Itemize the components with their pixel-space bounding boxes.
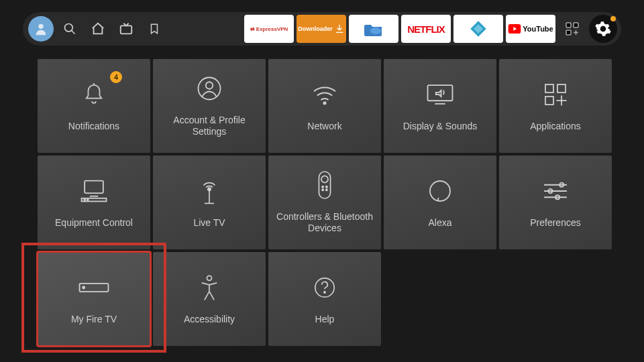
svg-point-11 bbox=[206, 82, 213, 89]
svg-point-32 bbox=[322, 189, 323, 190]
tile-label: Equipment Control bbox=[55, 217, 133, 229]
svg-rect-6 bbox=[566, 23, 571, 27]
top-navigation-bar: ⇄ ExpressVPN Downloader NETFLIX YouTube bbox=[23, 12, 621, 46]
apps-icon bbox=[543, 80, 568, 109]
live-tv-icon[interactable] bbox=[114, 17, 138, 41]
svg-rect-20 bbox=[85, 180, 103, 192]
accessibility-icon bbox=[198, 274, 221, 302]
svg-rect-8 bbox=[566, 30, 571, 35]
tile-applications[interactable]: Applications bbox=[499, 59, 612, 153]
tile-label: Alexa bbox=[428, 217, 451, 229]
tile-notifications[interactable]: 4 Notifications bbox=[38, 59, 150, 153]
sliders-icon bbox=[542, 177, 569, 205]
tile-label: Help bbox=[315, 314, 335, 325]
notifications-badge: 4 bbox=[110, 71, 122, 83]
alexa-icon bbox=[428, 177, 452, 205]
tile-label: Notifications bbox=[68, 121, 119, 132]
tile-controllers-bluetooth[interactable]: Controllers & Bluetooth Devices bbox=[268, 156, 381, 249]
svg-point-33 bbox=[326, 189, 327, 190]
tile-label: Controllers & Bluetooth Devices bbox=[274, 211, 376, 234]
device-icon bbox=[78, 274, 109, 302]
tile-help[interactable]: Help bbox=[268, 252, 381, 346]
tile-label: Network bbox=[307, 121, 341, 132]
bell-icon bbox=[83, 80, 105, 109]
tile-account-profile[interactable]: Account & Profile Settings bbox=[153, 59, 266, 153]
svg-point-30 bbox=[322, 186, 323, 188]
settings-notification-dot bbox=[610, 16, 616, 21]
remote-icon bbox=[318, 171, 331, 199]
tile-network[interactable]: Network bbox=[268, 59, 381, 153]
svg-point-29 bbox=[321, 176, 328, 183]
svg-point-12 bbox=[323, 102, 325, 104]
equipment-icon bbox=[80, 177, 107, 205]
app-shortcuts: ⇄ ExpressVPN Downloader NETFLIX YouTube bbox=[244, 15, 617, 43]
tile-display-sounds[interactable]: Display & Sounds bbox=[384, 59, 496, 153]
svg-rect-3 bbox=[121, 25, 132, 34]
tile-live-tv[interactable]: Live TV bbox=[153, 156, 266, 249]
tile-preferences[interactable]: Preferences bbox=[499, 156, 612, 249]
svg-point-42 bbox=[83, 286, 85, 288]
svg-point-4 bbox=[370, 27, 381, 34]
tile-my-fire-tv[interactable]: My Fire TV bbox=[38, 252, 150, 346]
svg-rect-15 bbox=[545, 84, 553, 93]
user-icon bbox=[197, 74, 221, 103]
profile-button[interactable] bbox=[28, 16, 54, 42]
svg-point-43 bbox=[207, 276, 211, 280]
svg-point-23 bbox=[84, 199, 85, 200]
tile-alexa[interactable]: Alexa bbox=[384, 156, 496, 249]
svg-point-34 bbox=[430, 181, 450, 201]
tile-label: My Fire TV bbox=[71, 314, 117, 325]
svg-point-0 bbox=[38, 24, 43, 29]
svg-line-2 bbox=[72, 31, 75, 34]
antenna-icon bbox=[198, 177, 221, 205]
tile-label: Display & Sounds bbox=[403, 121, 478, 132]
settings-button[interactable] bbox=[589, 15, 617, 43]
tile-accessibility[interactable]: Accessibility bbox=[153, 252, 266, 346]
svg-rect-7 bbox=[574, 23, 578, 27]
app-netflix[interactable]: NETFLIX bbox=[401, 15, 451, 43]
app-es-file-explorer[interactable] bbox=[349, 15, 398, 43]
app-downloader[interactable]: Downloader bbox=[297, 15, 346, 43]
settings-grid: 4 Notifications Account & Profile Settin… bbox=[0, 46, 644, 346]
app-kodi[interactable] bbox=[453, 15, 503, 43]
tile-label: Applications bbox=[530, 121, 581, 132]
svg-rect-17 bbox=[545, 97, 553, 105]
bookmark-icon[interactable] bbox=[142, 17, 166, 41]
tile-label: Accessibility bbox=[184, 314, 235, 325]
all-apps-button[interactable] bbox=[558, 15, 586, 43]
app-expressvpn[interactable]: ⇄ ExpressVPN bbox=[244, 15, 294, 43]
svg-rect-13 bbox=[428, 85, 453, 101]
display-icon bbox=[427, 80, 453, 109]
tile-equipment-control[interactable]: Equipment Control bbox=[38, 156, 150, 249]
wifi-icon bbox=[311, 80, 338, 109]
svg-rect-16 bbox=[557, 84, 566, 93]
search-icon[interactable] bbox=[58, 17, 82, 41]
svg-point-24 bbox=[87, 199, 89, 200]
home-icon[interactable] bbox=[86, 17, 110, 41]
help-icon bbox=[313, 274, 336, 302]
tile-label: Account & Profile Settings bbox=[158, 115, 260, 137]
tile-label: Preferences bbox=[530, 217, 580, 229]
tile-label: Live TV bbox=[193, 217, 225, 229]
svg-point-31 bbox=[326, 186, 327, 188]
svg-point-46 bbox=[324, 292, 325, 293]
svg-point-1 bbox=[65, 24, 73, 32]
app-youtube[interactable]: YouTube bbox=[506, 15, 555, 43]
